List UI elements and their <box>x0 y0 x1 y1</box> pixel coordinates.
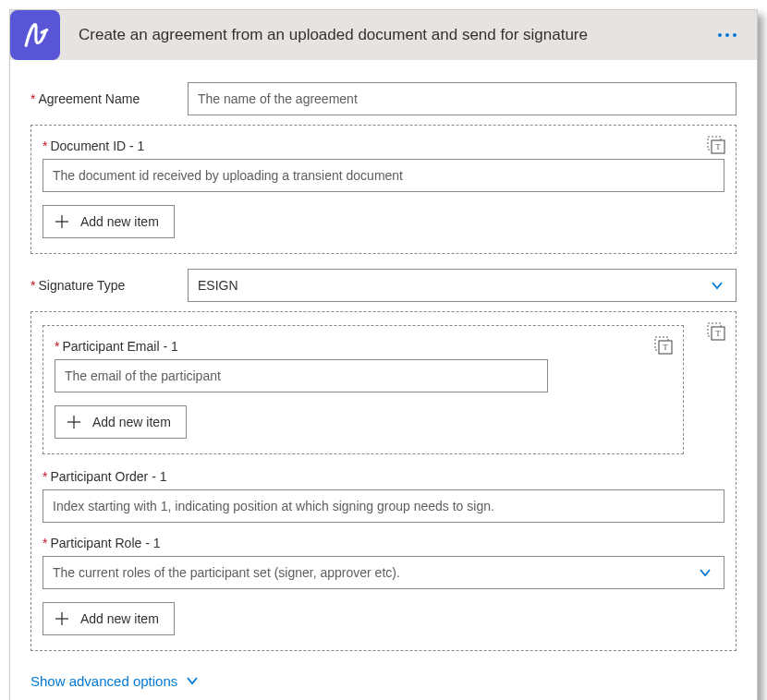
participant-role-label: Participant Role - 1 <box>43 536 724 550</box>
signature-type-label: Signature Type <box>30 278 188 293</box>
card-header: Create an agreement from an uploaded doc… <box>10 10 757 60</box>
participant-email-input[interactable]: The email of the participant <box>55 359 548 392</box>
participants-group: T T Participant Email - 1 The email of t… <box>30 311 737 651</box>
participant-email-add-label: Add new item <box>92 415 171 429</box>
document-id-group: T Document ID - 1 The document id receiv… <box>30 125 737 254</box>
participant-email-add-button[interactable]: Add new item <box>55 405 187 439</box>
show-advanced-options-link[interactable]: Show advanced options <box>30 671 201 690</box>
participant-email-wrap: T Participant Email - 1 The email of the… <box>43 325 724 454</box>
participant-email-group: T Participant Email - 1 The email of the… <box>43 325 684 454</box>
chevron-down-icon <box>696 563 714 582</box>
signature-type-select[interactable]: ESIGN <box>188 269 737 302</box>
agreement-name-input[interactable]: The name of the agreement <box>188 82 737 115</box>
document-id-placeholder: The document id received by uploading a … <box>53 168 403 183</box>
plus-icon <box>65 413 83 431</box>
participant-role-placeholder: The current roles of the participant set… <box>53 565 400 580</box>
more-menu-button[interactable] <box>709 17 746 54</box>
svg-point-0 <box>718 33 722 37</box>
participant-email-placeholder: The email of the participant <box>65 368 221 383</box>
chevron-down-icon <box>708 276 726 295</box>
svg-text:T: T <box>715 142 721 151</box>
participant-role-select[interactable]: The current roles of the participant set… <box>43 556 724 589</box>
participant-order-placeholder: Index starting with 1, indicating positi… <box>53 499 494 513</box>
participants-add-item-button[interactable]: Add new item <box>43 602 175 635</box>
svg-point-2 <box>733 33 737 37</box>
card-body: Agreement Name The name of the agreement… <box>10 60 757 700</box>
card-title: Create an agreement from an uploaded doc… <box>79 26 709 44</box>
participant-email-label: Participant Email - 1 <box>55 339 672 354</box>
svg-point-1 <box>725 33 729 37</box>
participants-add-item-label: Add new item <box>80 611 159 626</box>
agreement-name-row: Agreement Name The name of the agreement <box>30 82 737 115</box>
signature-type-row: Signature Type ESIGN <box>30 269 737 302</box>
show-advanced-label: Show advanced options <box>30 673 177 689</box>
participant-order-label: Participant Order - 1 <box>43 469 724 484</box>
plus-icon <box>53 609 71 628</box>
plus-icon <box>53 212 71 231</box>
participant-order-input[interactable]: Index starting with 1, indicating positi… <box>43 489 724 523</box>
signature-type-value: ESIGN <box>198 278 238 293</box>
document-id-label: Document ID - 1 <box>43 139 724 153</box>
document-add-item-button[interactable]: Add new item <box>43 205 175 238</box>
chevron-down-icon <box>183 671 201 690</box>
agreement-name-placeholder: The name of the agreement <box>198 91 358 106</box>
action-card: Create an agreement from an uploaded doc… <box>9 9 758 700</box>
document-add-item-label: Add new item <box>80 214 159 229</box>
document-id-input[interactable]: The document id received by uploading a … <box>43 159 724 192</box>
svg-text:T: T <box>663 343 668 352</box>
adobe-sign-icon <box>10 10 60 60</box>
agreement-name-label: Agreement Name <box>30 91 188 106</box>
array-mode-toggle-icon[interactable]: T <box>653 335 674 356</box>
array-mode-toggle-icon[interactable]: T <box>706 135 726 155</box>
